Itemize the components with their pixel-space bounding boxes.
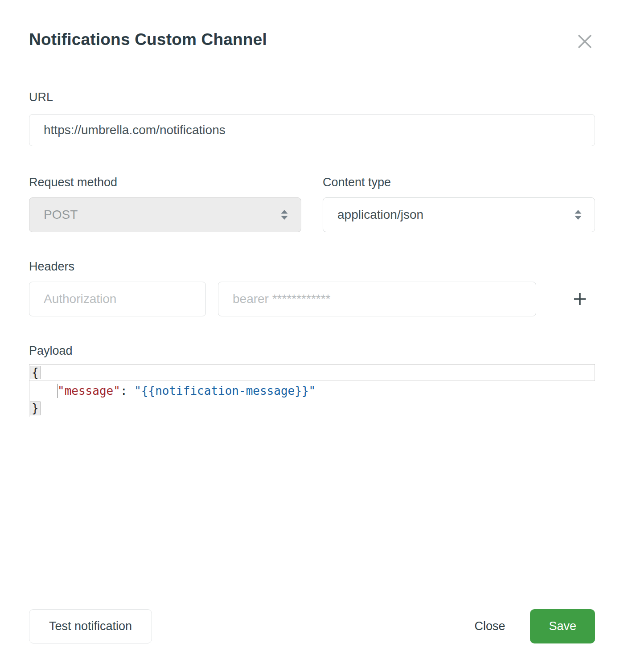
headers-label: Headers [29,260,595,274]
updown-arrows-icon [279,209,289,221]
headers-group: Headers [29,260,595,316]
dialog-footer: Test notification Close Save [29,609,595,643]
method-content-row: Request method POST Content type applica… [29,176,595,232]
plus-icon [573,292,587,306]
close-icon[interactable] [575,31,595,53]
payload-label: Payload [29,344,595,358]
request-method-label: Request method [29,176,301,189]
json-key-token: "message" [57,384,120,397]
updown-arrows-icon [573,209,583,221]
content-type-group: Content type application/json [323,176,595,232]
json-separator-token: : [120,384,134,397]
payload-editor[interactable]: { "message" : "{{notification-message}}"… [29,364,595,417]
header-key-input[interactable] [29,282,206,316]
content-type-label: Content type [323,176,595,189]
payload-line-3: } [29,400,595,417]
content-type-select[interactable]: application/json [323,197,595,232]
payload-line-2: "message" : "{{notification-message}}" [29,381,595,400]
header-row [29,282,595,316]
close-x-glyph [576,33,593,50]
url-input[interactable] [29,114,595,146]
page-title: Notifications Custom Channel [29,30,267,49]
test-notification-button[interactable]: Test notification [29,609,152,643]
close-button[interactable]: Close [474,619,505,633]
dialog-header: Notifications Custom Channel [29,30,595,53]
request-method-value: POST [44,208,78,222]
content-type-value: application/json [337,208,423,222]
save-button[interactable]: Save [530,609,595,643]
payload-group: Payload { "message" : "{{notification-me… [29,344,595,417]
close-brace-token: } [30,402,41,415]
payload-line-1: { [29,364,595,381]
request-method-group: Request method POST [29,176,301,232]
header-value-input[interactable] [218,282,536,316]
request-method-select[interactable]: POST [29,197,301,232]
url-field-group: URL [29,90,595,146]
url-label: URL [29,90,595,104]
json-value-token: "{{notification-message}}" [134,384,316,397]
notifications-custom-channel-dialog: Notifications Custom Channel URL Request… [0,0,624,672]
open-brace-token: { [30,366,41,380]
add-header-button[interactable] [570,289,590,309]
